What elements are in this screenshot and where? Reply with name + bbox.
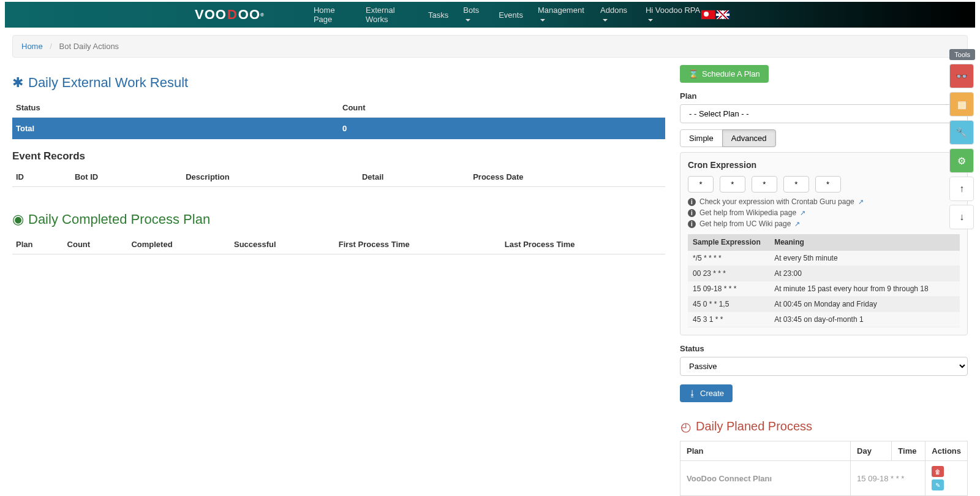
cron-dom-input[interactable]: [752, 176, 777, 193]
wrench-icon: 🔧: [956, 127, 968, 139]
sample-row: 45 3 1 * *At 03:45 on day-of-month 1: [688, 312, 960, 327]
status-label: Status: [680, 344, 968, 353]
cron-title: Cron Expression: [688, 160, 960, 170]
rail-btn-1[interactable]: 👓: [949, 64, 974, 88]
nav-management[interactable]: Management: [538, 6, 586, 24]
arrow-down-icon: ↓: [959, 212, 964, 223]
completed-plan-table: Plan Count Completed Successful First Pr…: [12, 235, 665, 254]
info-icon: i: [688, 209, 696, 217]
planned-table: Plan Day Time Actions VooDoo Connect Pla…: [680, 441, 968, 496]
ucwiki-link[interactable]: ↗: [794, 220, 800, 228]
planned-row: VooDoo Connect Planı15 09-18 * * *🗑✎: [680, 461, 968, 496]
total-row: Total 0: [12, 118, 665, 140]
gear-icon: ✱: [12, 77, 23, 88]
rail-btn-up[interactable]: ↑: [949, 177, 974, 201]
nav-events[interactable]: Events: [499, 10, 523, 20]
logo: VOODOO®: [195, 7, 265, 23]
cron-panel: Cron Expression iCheck your expression w…: [680, 152, 968, 335]
plan-select[interactable]: - - Select Plan - -: [680, 104, 968, 123]
create-button[interactable]: ⭳ Create: [680, 384, 733, 402]
rail-btn-3[interactable]: 🔧: [949, 120, 974, 145]
cron-dow-input[interactable]: [815, 176, 841, 193]
nav-tasks[interactable]: Tasks: [428, 10, 448, 20]
rail-btn-2[interactable]: ▦: [949, 92, 974, 116]
info-icon: i: [688, 220, 696, 228]
plan-label: Plan: [680, 91, 968, 101]
sample-row: */5 * * * *At every 5th minute: [688, 251, 960, 266]
simple-tab[interactable]: Simple: [680, 129, 723, 147]
breadcrumb-current: Bot Daily Actions: [59, 42, 119, 51]
trash-icon: 🗑: [935, 468, 941, 475]
flag-tr-icon[interactable]: [701, 10, 715, 20]
rail-btn-down[interactable]: ↓: [949, 205, 974, 229]
breadcrumb-home[interactable]: Home: [21, 42, 43, 51]
play-circle-icon: ◉: [12, 214, 23, 225]
external-work-title: ✱ Daily External Work Result: [12, 75, 665, 91]
th-count: Count: [339, 98, 665, 118]
breadcrumb: Home / Bot Daily Actions: [12, 35, 968, 58]
nav-external[interactable]: External Works: [366, 6, 413, 24]
sample-row: 45 0 * * 1,5At 00:45 on Monday and Frida…: [688, 297, 960, 312]
info-icon: i: [688, 198, 696, 206]
advanced-tab[interactable]: Advanced: [722, 129, 776, 147]
cron-month-input[interactable]: [783, 176, 809, 193]
nav-home[interactable]: Home Page: [314, 6, 351, 24]
hourglass-icon: ⌛: [688, 69, 698, 78]
external-work-table: Status Count Total 0: [12, 98, 665, 139]
download-icon: ⭳: [688, 389, 696, 398]
clock-icon: ◴: [680, 421, 691, 432]
sample-row: 15 09-18 * * *At minute 15 past every ho…: [688, 281, 960, 297]
sample-expression-table: Sample Expression Meaning */5 * * * *At …: [688, 234, 960, 327]
delete-button[interactable]: 🗑: [932, 466, 944, 477]
edit-icon: ✎: [935, 482, 940, 489]
cron-hour-input[interactable]: [720, 176, 745, 193]
nav-bots[interactable]: Bots: [463, 6, 484, 24]
document-icon: ▦: [957, 99, 967, 110]
rail-btn-4[interactable]: ⚙: [949, 148, 974, 173]
edit-button[interactable]: ✎: [932, 479, 944, 490]
tools-rail: Tools 👓 ▦ 🔧 ⚙ ↑ ↓: [949, 49, 975, 229]
nav-addons[interactable]: Addons: [600, 6, 631, 24]
sample-row: 00 23 * * *At 23:00: [688, 266, 960, 281]
wikipedia-link[interactable]: ↗: [800, 209, 805, 217]
event-records-title: Event Records: [12, 150, 665, 162]
flag-uk-icon[interactable]: [715, 10, 730, 20]
nav-user[interactable]: Hi Voodoo RPA: [646, 6, 701, 24]
gear-icon: ⚙: [957, 155, 966, 167]
completed-plan-title: ◉ Daily Completed Process Plan: [12, 212, 665, 227]
tools-label: Tools: [949, 49, 975, 60]
status-select[interactable]: Passive: [680, 357, 968, 376]
crontab-guru-link[interactable]: ↗: [858, 198, 864, 206]
arrow-up-icon: ↑: [959, 183, 964, 194]
binoculars-icon: 👓: [956, 71, 968, 82]
event-records-table: ID Bot ID Description Detail Process Dat…: [12, 167, 665, 187]
schedule-plan-button[interactable]: ⌛ Schedule A Plan: [680, 65, 769, 83]
th-status: Status: [12, 98, 339, 118]
cron-minute-input[interactable]: [688, 176, 714, 193]
top-nav: VOODOO® Home Page External Works Tasks B…: [5, 2, 975, 28]
planned-process-title: ◴ Daily Planed Process: [680, 419, 968, 433]
